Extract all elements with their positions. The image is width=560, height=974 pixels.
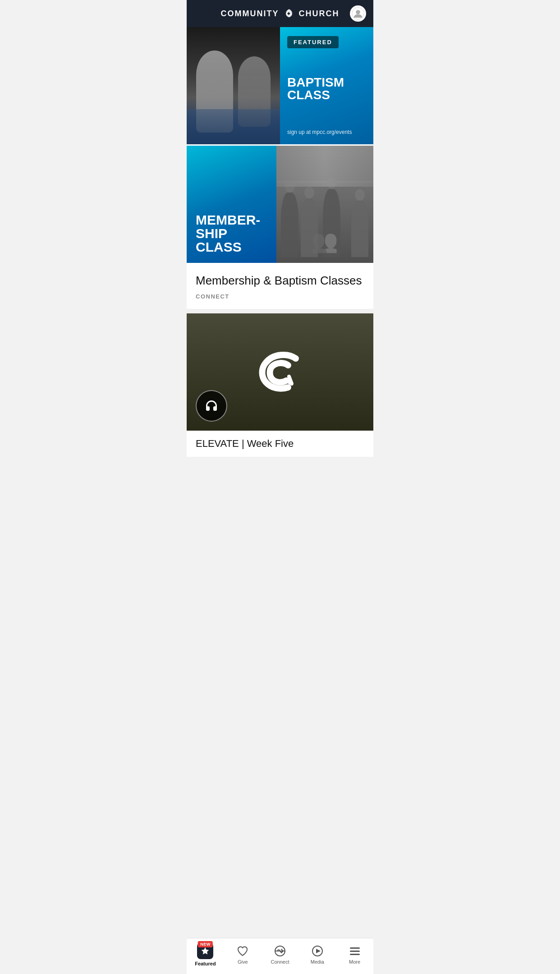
app-header: COMMUNITY CHURCH — [187, 0, 373, 27]
header-title: COMMUNITY CHURCH — [221, 7, 340, 20]
membership-title: MEMBER-SHIPCLASS — [196, 213, 260, 254]
media-title: ELEVATE | Week Five — [196, 438, 364, 450]
page-container: COMMUNITY CHURCH — [187, 0, 373, 493]
baptism-info-right: FEATURED BAPTISM CLASS sign up at mpcc.o… — [280, 27, 373, 144]
membership-image-right — [276, 146, 373, 263]
membership-info-left: MEMBER-SHIPCLASS — [187, 146, 276, 263]
headphone-icon — [203, 398, 220, 414]
media-image — [187, 313, 373, 431]
audio-play-button[interactable] — [196, 390, 227, 422]
baptism-signup-url: sign up at mpcc.org/events — [287, 129, 366, 135]
church-logo-large-icon — [248, 340, 312, 404]
svg-point-1 — [356, 10, 360, 14]
featured-badge: FEATURED — [287, 36, 339, 48]
media-card[interactable]: ELEVATE | Week Five — [187, 313, 373, 457]
baptism-image-left — [187, 27, 280, 144]
baptism-card-inner: FEATURED BAPTISM CLASS sign up at mpcc.o… — [187, 27, 373, 144]
membership-card-inner: MEMBER-SHIPCLASS — [187, 146, 373, 263]
church-logo-background — [187, 313, 373, 431]
profile-avatar-button[interactable] — [350, 5, 366, 22]
baptism-card[interactable]: FEATURED BAPTISM CLASS sign up at mpcc.o… — [187, 27, 373, 144]
info-section: Membership & Baptism Classes CONNECT — [187, 263, 373, 309]
baptism-scene-bg — [187, 27, 280, 144]
featured-banner-section: FEATURED BAPTISM CLASS sign up at mpcc.o… — [187, 27, 373, 263]
people-scene-bg — [276, 146, 373, 263]
baptism-title-line2: CLASS — [287, 89, 366, 101]
header-church: CHURCH — [299, 9, 340, 18]
media-info-section: ELEVATE | Week Five — [187, 431, 373, 457]
baptism-title: BAPTISM CLASS — [287, 76, 366, 101]
event-category: CONNECT — [196, 293, 364, 300]
section-divider — [187, 309, 373, 313]
header-community: COMMUNITY — [221, 9, 279, 18]
membership-card[interactable]: MEMBER-SHIPCLASS — [187, 146, 373, 263]
event-title: Membership & Baptism Classes — [196, 274, 364, 288]
baptism-title-line1: BAPTISM — [287, 76, 366, 89]
header-logo-icon — [283, 7, 295, 20]
